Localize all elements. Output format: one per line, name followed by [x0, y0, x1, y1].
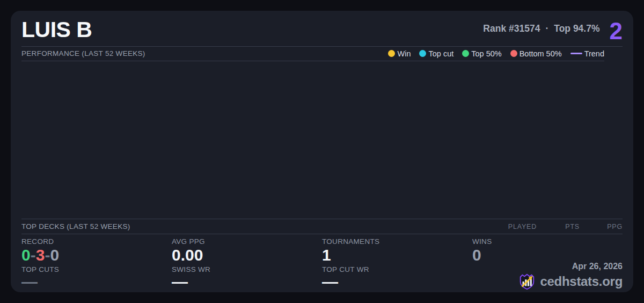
legend-label: Top cut	[428, 49, 453, 58]
cedhstats-logo-icon	[518, 272, 536, 291]
player-name: LUIS B	[21, 18, 92, 42]
top-cuts-value: —	[21, 273, 38, 291]
legend-item-bottom-50: Bottom 50%	[510, 49, 562, 58]
stat-label: TOP CUT WR	[322, 265, 369, 273]
legend-item-trend: Trend	[570, 49, 604, 58]
stat-tournaments: TOURNAMENTS 1	[322, 234, 472, 262]
legend-label: Win	[397, 49, 411, 58]
legend-item-win: Win	[388, 49, 411, 58]
stat-label: RECORD	[21, 237, 54, 246]
rank-label: Rank #31574	[483, 23, 540, 34]
record-losses: 3	[36, 246, 45, 264]
record-value: 0-3-0	[21, 247, 59, 264]
top-cut-dot-icon	[419, 50, 426, 57]
bottom-50-dot-icon	[510, 50, 517, 57]
top-decks-title: TOP DECKS (LAST 52 WEEKS)	[21, 222, 130, 230]
column-header-played: PLAYED	[494, 223, 537, 230]
top-decks-columns: PLAYED PTS PPG	[494, 223, 623, 230]
generated-date: Apr 26, 2026	[572, 262, 623, 271]
header-right: Rank #31574 · Top 94.7% 2	[483, 11, 623, 46]
stat-swiss-wr: SWISS WR —	[172, 262, 322, 292]
brand-row: cedhstats.org	[518, 272, 623, 291]
player-stats-card: LUIS B Rank #31574 · Top 94.7% 2 PERFORM…	[11, 11, 633, 292]
stat-record: RECORD 0-3-0	[21, 234, 172, 262]
performance-title: PERFORMANCE (LAST 52 WEEKS)	[21, 49, 145, 57]
top-percent-label: Top 94.7%	[554, 23, 599, 34]
card-footer: Apr 26, 2026 cedhstats.org	[518, 262, 623, 291]
avg-ppg-value: 0.00	[172, 247, 203, 264]
record-separator: -	[45, 246, 50, 264]
legend-item-top-cut: Top cut	[419, 49, 453, 58]
rank-line: Rank #31574 · Top 94.7%	[483, 23, 599, 34]
chart-legend: Win Top cut Top 50% Bottom 50% Trend	[388, 49, 604, 58]
legend-label: Top 50%	[471, 49, 501, 58]
stat-label: TOP CUTS	[21, 265, 59, 273]
wins-value: 0	[472, 247, 481, 264]
stat-label: AVG PPG	[172, 237, 205, 246]
legend-label: Bottom 50%	[519, 49, 562, 58]
record-separator: -	[31, 246, 36, 264]
stat-top-cuts: TOP CUTS —	[21, 262, 172, 292]
top-50-dot-icon	[462, 50, 469, 57]
performance-chart-area	[21, 61, 623, 219]
stat-top-cut-wr: TOP CUT WR —	[322, 262, 472, 292]
top-decks-header: TOP DECKS (LAST 52 WEEKS) PLAYED PTS PPG	[21, 219, 623, 234]
legend-item-top-50: Top 50%	[462, 49, 501, 58]
column-header-pts: PTS	[537, 223, 580, 230]
top-cut-wr-value: —	[322, 273, 338, 291]
card-header: LUIS B Rank #31574 · Top 94.7% 2	[21, 11, 623, 47]
record-draws: 0	[50, 246, 59, 264]
win-dot-icon	[388, 50, 395, 57]
brand-name: cedhstats.org	[540, 274, 623, 289]
trend-line-icon	[570, 53, 582, 54]
record-wins: 0	[21, 246, 31, 264]
performance-header: PERFORMANCE (LAST 52 WEEKS) Win Top cut …	[21, 46, 604, 61]
stat-avg-ppg: AVG PPG 0.00	[172, 234, 322, 262]
score-value: 2	[610, 19, 623, 43]
legend-label: Trend	[584, 49, 604, 58]
stat-label: TOURNAMENTS	[322, 237, 379, 246]
swiss-wr-value: —	[172, 273, 188, 291]
rank-separator: ·	[545, 23, 548, 34]
stat-label: SWISS WR	[172, 265, 210, 273]
stat-label: WINS	[472, 237, 492, 246]
stat-wins: WINS 0	[472, 234, 623, 262]
tournaments-value: 1	[322, 247, 331, 264]
column-header-ppg: PPG	[580, 223, 623, 230]
